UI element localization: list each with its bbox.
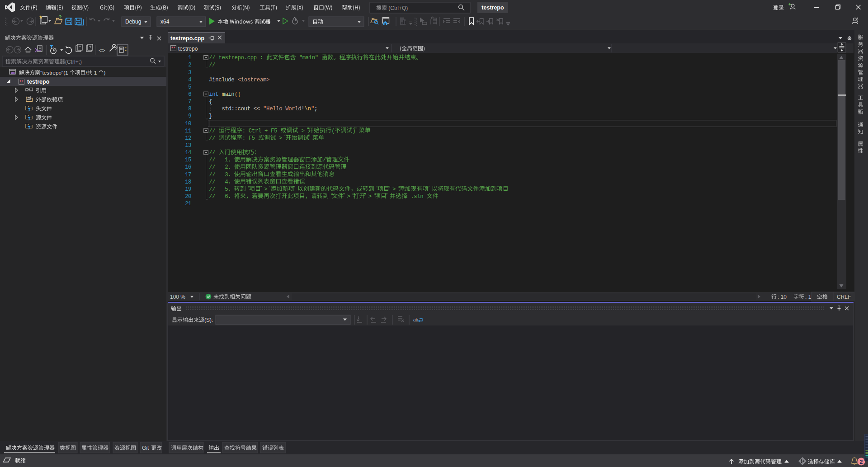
svg-text:// 1: // 1 (209, 157, 228, 163)
svg-text:(S):: (S): (204, 317, 213, 323)
svg-text:7: 7 (188, 99, 191, 105)
svg-text://: // (209, 62, 215, 68)
svg-text:testrepo: testrepo (27, 79, 50, 85)
svg-text:"testrepo"(1: "testrepo"(1 (40, 70, 70, 76)
svg-text:>: > (276, 135, 282, 142)
svg-text:x64: x64 (160, 19, 170, 25)
svg-text:8: 8 (188, 106, 191, 112)
svg-text:13: 13 (185, 142, 191, 149)
svg-text:(): () (235, 91, 241, 98)
svg-text:15: 15 (185, 157, 191, 163)
svg-text:// 5: // 5 (209, 186, 228, 193)
svg-text:.sln: .sln (407, 193, 426, 200)
svg-text:2: 2 (860, 459, 863, 465)
svg-text:}: } (209, 113, 212, 119)
svg-text:// testrepo.cpp :: // testrepo.cpp : (209, 55, 266, 61)
svg-text:testrepo.cpp: testrepo.cpp (170, 35, 204, 42)
svg-text:(Ctrl+Q): (Ctrl+Q) (387, 5, 408, 11)
svg-text:// 2: // 2 (209, 164, 228, 170)
svg-text:"main": "main" (296, 55, 321, 61)
svg-text:): ) (104, 70, 105, 76)
svg-text:;: ; (314, 106, 317, 112)
svg-text:Debug: Debug (125, 19, 141, 25)
svg-text:int: int (209, 91, 218, 98)
svg-text:20: 20 (185, 193, 191, 200)
svg-text:17: 17 (185, 172, 191, 178)
svg-text:CRLF: CRLF (837, 294, 851, 300)
svg-text:>: > (298, 128, 305, 134)
svg-text:testrepo: testrepo (178, 46, 198, 52)
svg-text:#include: #include (209, 77, 237, 83)
svg-text:19: 19 (185, 186, 191, 193)
svg-text:9: 9 (188, 113, 191, 119)
svg-text:14: 14 (185, 150, 191, 156)
svg-text:>: > (368, 193, 372, 200)
svg-text:>: > (264, 186, 267, 193)
svg-text:// 6: // 6 (209, 193, 228, 200)
svg-text:100 %: 100 % (170, 294, 185, 300)
svg-text:/: / (323, 157, 326, 163)
svg-text://: // (209, 128, 218, 134)
svg-text:<iostream>: <iostream> (238, 77, 270, 83)
svg-text:// 3: // 3 (209, 172, 228, 178)
svg-text:: 10: : 10 (778, 294, 787, 300)
svg-text:ab: ab (413, 317, 419, 322)
svg-text:std::cout <<: std::cout << (222, 106, 264, 112)
svg-text:6: 6 (188, 91, 191, 98)
svg-text:{: { (209, 99, 212, 105)
svg-text:): ) (353, 128, 356, 134)
svg-text:: Ctrl + F5: : Ctrl + F5 (242, 128, 281, 134)
svg-text://: // (209, 150, 218, 156)
svg-text:2: 2 (188, 62, 191, 68)
svg-text:: F5: : F5 (242, 135, 258, 142)
svg-text:<>: <> (99, 48, 105, 54)
svg-text:testrepo: testrepo (481, 5, 504, 11)
svg-text:12: 12 (185, 135, 191, 142)
svg-text:11: 11 (185, 128, 191, 134)
svg-text:5: 5 (188, 84, 191, 90)
svg-text:21: 21 (185, 201, 191, 207)
svg-text:>: > (347, 193, 350, 200)
svg-text:18: 18 (185, 179, 191, 185)
svg-text:"Hello World!: "Hello World! (263, 106, 305, 112)
svg-text:\n: \n (305, 106, 311, 112)
svg-text:(: ( (331, 128, 335, 134)
svg-text:16: 16 (185, 164, 191, 170)
svg-text:1: 1 (93, 70, 99, 76)
svg-text:1: 1 (188, 55, 191, 61)
svg-text:(Ctrl+;): (Ctrl+;) (65, 59, 82, 65)
svg-text:main: main (222, 91, 235, 98)
svg-text:10: 10 (185, 121, 191, 127)
svg-text:: 1: : 1 (805, 294, 811, 300)
svg-text:>: > (392, 186, 396, 193)
svg-text:Git: Git (142, 445, 149, 451)
svg-text:3: 3 (188, 70, 191, 76)
svg-text:4: 4 (188, 77, 191, 83)
svg-text://: // (209, 135, 218, 142)
svg-text:// 4: // 4 (209, 179, 228, 185)
